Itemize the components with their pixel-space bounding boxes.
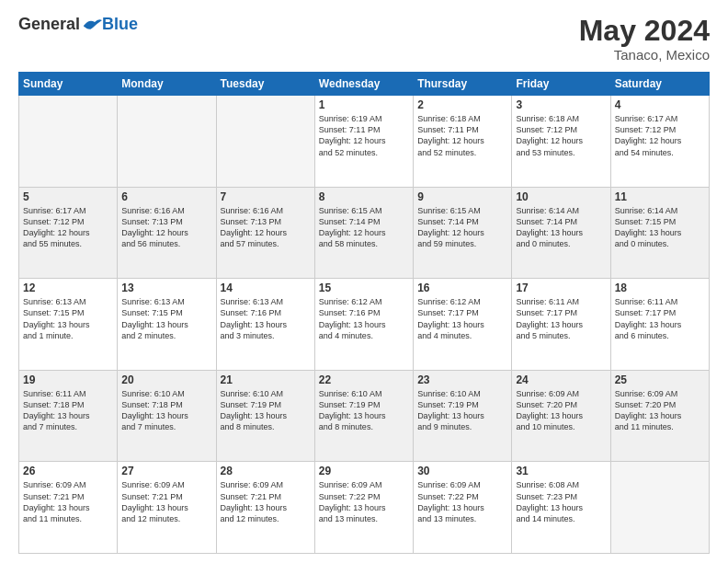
day-number: 26 [23, 465, 113, 477]
table-row: 15Sunrise: 6:12 AMSunset: 7:16 PMDayligh… [314, 279, 413, 371]
table-row [118, 96, 216, 188]
title-block: May 2024 Tanaco, Mexico [579, 15, 710, 63]
cell-info: Sunrise: 6:09 AMSunset: 7:22 PMDaylight:… [417, 479, 507, 524]
calendar-week-row: 19Sunrise: 6:11 AMSunset: 7:18 PMDayligh… [19, 370, 710, 462]
header-tuesday: Tuesday [216, 73, 314, 96]
table-row: 30Sunrise: 6:09 AMSunset: 7:22 PMDayligh… [414, 462, 512, 554]
calendar-week-row: 5Sunrise: 6:17 AMSunset: 7:12 PMDaylight… [19, 187, 710, 279]
table-row: 2Sunrise: 6:18 AMSunset: 7:11 PMDaylight… [414, 96, 512, 188]
day-number: 24 [516, 373, 606, 386]
table-row: 12Sunrise: 6:13 AMSunset: 7:15 PMDayligh… [19, 279, 118, 371]
cell-info: Sunrise: 6:11 AMSunset: 7:17 PMDaylight:… [615, 296, 705, 341]
header-thursday: Thursday [414, 73, 512, 96]
day-number: 5 [23, 190, 113, 203]
day-number: 4 [615, 98, 705, 111]
day-number: 21 [221, 373, 311, 386]
cell-info: Sunrise: 6:19 AMSunset: 7:11 PMDaylight:… [319, 113, 409, 158]
cell-info: Sunrise: 6:12 AMSunset: 7:17 PMDaylight:… [417, 296, 507, 341]
day-number: 12 [23, 282, 113, 294]
cell-info: Sunrise: 6:18 AMSunset: 7:11 PMDaylight:… [417, 113, 507, 158]
table-row: 31Sunrise: 6:08 AMSunset: 7:23 PMDayligh… [512, 462, 610, 554]
cell-info: Sunrise: 6:09 AMSunset: 7:21 PMDaylight:… [221, 479, 311, 524]
calendar-week-row: 26Sunrise: 6:09 AMSunset: 7:21 PMDayligh… [19, 462, 710, 554]
table-row: 27Sunrise: 6:09 AMSunset: 7:21 PMDayligh… [118, 462, 216, 554]
cell-info: Sunrise: 6:17 AMSunset: 7:12 PMDaylight:… [23, 205, 113, 250]
table-row: 11Sunrise: 6:14 AMSunset: 7:15 PMDayligh… [610, 187, 709, 279]
day-number: 23 [417, 373, 507, 386]
day-number: 14 [221, 282, 311, 294]
cell-info: Sunrise: 6:09 AMSunset: 7:20 PMDaylight:… [516, 388, 606, 433]
day-number: 28 [221, 465, 311, 477]
day-number: 1 [319, 98, 409, 111]
header-saturday: Saturday [610, 73, 709, 96]
cell-info: Sunrise: 6:13 AMSunset: 7:15 PMDaylight:… [23, 296, 113, 341]
cell-info: Sunrise: 6:09 AMSunset: 7:22 PMDaylight:… [319, 479, 409, 524]
logo-bird-icon [82, 17, 102, 33]
day-number: 11 [615, 190, 705, 203]
day-number: 27 [121, 465, 211, 477]
day-number: 16 [417, 282, 507, 294]
table-row: 23Sunrise: 6:10 AMSunset: 7:19 PMDayligh… [414, 370, 512, 462]
day-number: 8 [319, 190, 409, 203]
logo-general-text: General [18, 15, 80, 34]
table-row [216, 96, 314, 188]
table-row: 20Sunrise: 6:10 AMSunset: 7:18 PMDayligh… [118, 370, 216, 462]
day-number: 29 [319, 465, 409, 477]
table-row: 10Sunrise: 6:14 AMSunset: 7:14 PMDayligh… [512, 187, 610, 279]
day-number: 20 [121, 373, 211, 386]
day-number: 17 [516, 282, 606, 294]
cell-info: Sunrise: 6:14 AMSunset: 7:14 PMDaylight:… [516, 205, 606, 250]
day-number: 18 [615, 282, 705, 294]
header: General Blue May 2024 Tanaco, Mexico [18, 15, 710, 63]
cell-info: Sunrise: 6:16 AMSunset: 7:13 PMDaylight:… [121, 205, 211, 250]
table-row: 3Sunrise: 6:18 AMSunset: 7:12 PMDaylight… [512, 96, 610, 188]
day-number: 13 [121, 282, 211, 294]
logo-blue-text: Blue [102, 15, 138, 34]
day-number: 19 [23, 373, 113, 386]
table-row: 14Sunrise: 6:13 AMSunset: 7:16 PMDayligh… [216, 279, 314, 371]
table-row: 24Sunrise: 6:09 AMSunset: 7:20 PMDayligh… [512, 370, 610, 462]
table-row: 13Sunrise: 6:13 AMSunset: 7:15 PMDayligh… [118, 279, 216, 371]
day-number: 31 [516, 465, 606, 477]
table-row: 29Sunrise: 6:09 AMSunset: 7:22 PMDayligh… [314, 462, 413, 554]
table-row: 18Sunrise: 6:11 AMSunset: 7:17 PMDayligh… [610, 279, 709, 371]
table-row: 1Sunrise: 6:19 AMSunset: 7:11 PMDaylight… [314, 96, 413, 188]
day-number: 30 [417, 465, 507, 477]
header-wednesday: Wednesday [314, 73, 413, 96]
calendar-header-row: Sunday Monday Tuesday Wednesday Thursday… [19, 73, 710, 96]
cell-info: Sunrise: 6:15 AMSunset: 7:14 PMDaylight:… [417, 205, 507, 250]
calendar-week-row: 12Sunrise: 6:13 AMSunset: 7:15 PMDayligh… [19, 279, 710, 371]
location: Tanaco, Mexico [579, 47, 710, 63]
table-row: 21Sunrise: 6:10 AMSunset: 7:19 PMDayligh… [216, 370, 314, 462]
day-number: 15 [319, 282, 409, 294]
table-row: 7Sunrise: 6:16 AMSunset: 7:13 PMDaylight… [216, 187, 314, 279]
table-row: 28Sunrise: 6:09 AMSunset: 7:21 PMDayligh… [216, 462, 314, 554]
cell-info: Sunrise: 6:10 AMSunset: 7:19 PMDaylight:… [221, 388, 311, 433]
table-row: 4Sunrise: 6:17 AMSunset: 7:12 PMDaylight… [610, 96, 709, 188]
table-row: 25Sunrise: 6:09 AMSunset: 7:20 PMDayligh… [610, 370, 709, 462]
header-monday: Monday [118, 73, 216, 96]
cell-info: Sunrise: 6:09 AMSunset: 7:20 PMDaylight:… [615, 388, 705, 433]
header-friday: Friday [512, 73, 610, 96]
cell-info: Sunrise: 6:12 AMSunset: 7:16 PMDaylight:… [319, 296, 409, 341]
day-number: 10 [516, 190, 606, 203]
table-row: 16Sunrise: 6:12 AMSunset: 7:17 PMDayligh… [414, 279, 512, 371]
cell-info: Sunrise: 6:10 AMSunset: 7:19 PMDaylight:… [417, 388, 507, 433]
cell-info: Sunrise: 6:15 AMSunset: 7:14 PMDaylight:… [319, 205, 409, 250]
table-row: 6Sunrise: 6:16 AMSunset: 7:13 PMDaylight… [118, 187, 216, 279]
day-number: 22 [319, 373, 409, 386]
cell-info: Sunrise: 6:10 AMSunset: 7:19 PMDaylight:… [319, 388, 409, 433]
day-number: 6 [121, 190, 211, 203]
table-row: 26Sunrise: 6:09 AMSunset: 7:21 PMDayligh… [19, 462, 118, 554]
day-number: 9 [417, 190, 507, 203]
cell-info: Sunrise: 6:14 AMSunset: 7:15 PMDaylight:… [615, 205, 705, 250]
calendar-week-row: 1Sunrise: 6:19 AMSunset: 7:11 PMDaylight… [19, 96, 710, 188]
cell-info: Sunrise: 6:09 AMSunset: 7:21 PMDaylight:… [23, 479, 113, 524]
header-sunday: Sunday [19, 73, 118, 96]
table-row: 22Sunrise: 6:10 AMSunset: 7:19 PMDayligh… [314, 370, 413, 462]
cell-info: Sunrise: 6:11 AMSunset: 7:18 PMDaylight:… [23, 388, 113, 433]
day-number: 2 [417, 98, 507, 111]
calendar-table: Sunday Monday Tuesday Wednesday Thursday… [18, 72, 710, 554]
page: General Blue May 2024 Tanaco, Mexico Sun… [0, 0, 728, 563]
table-row: 9Sunrise: 6:15 AMSunset: 7:14 PMDaylight… [414, 187, 512, 279]
